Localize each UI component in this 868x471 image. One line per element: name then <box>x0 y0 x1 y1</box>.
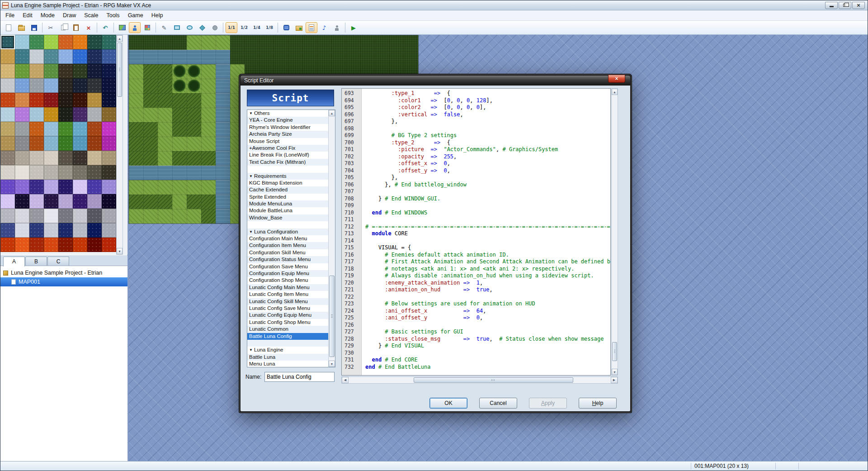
script-list-item[interactable]: Configuration Equip Menu <box>247 270 329 277</box>
palette-tile[interactable] <box>0 180 15 194</box>
code-area[interactable]: 6936946956966976986997007017027037047057… <box>341 88 611 376</box>
dialog-title-bar[interactable]: Script Editor <box>241 76 630 86</box>
region-mode-button[interactable] <box>142 22 153 33</box>
palette-tile[interactable] <box>15 78 29 93</box>
palette-tile[interactable] <box>58 165 73 180</box>
palette-tile[interactable] <box>102 180 116 194</box>
menu-edit[interactable]: Edit <box>19 11 37 20</box>
palette-tile[interactable] <box>44 223 58 238</box>
character-generator-button[interactable] <box>331 22 343 33</box>
palette-tile[interactable] <box>58 151 73 165</box>
palette-tile[interactable] <box>29 209 44 223</box>
cancel-button[interactable]: Cancel <box>479 398 517 409</box>
script-name-input[interactable] <box>264 372 335 382</box>
palette-tile[interactable] <box>15 180 29 194</box>
palette-tile[interactable] <box>15 238 29 252</box>
zoom-1-8-button[interactable]: 1/8 <box>264 22 275 33</box>
script-list-item[interactable]: Lunatic Config Skill Menu <box>247 298 329 305</box>
palette-tile[interactable] <box>15 64 29 78</box>
palette-tile[interactable] <box>29 107 44 122</box>
resource-manager-button[interactable] <box>293 22 305 33</box>
playtest-button[interactable]: ▶ <box>348 22 359 33</box>
script-list-item[interactable]: Archeia Party Size <box>247 131 329 138</box>
palette-tile[interactable] <box>44 35 58 49</box>
palette-tile[interactable] <box>73 122 87 136</box>
palette-tile[interactable] <box>0 78 15 93</box>
palette-tile[interactable] <box>29 223 44 238</box>
palette-tile[interactable] <box>87 180 102 194</box>
palette-tile[interactable] <box>29 64 44 78</box>
paste-button[interactable] <box>70 22 82 33</box>
draw-pencil-button[interactable]: ✎ <box>158 22 170 33</box>
scroll-right-arrow[interactable]: ▶ <box>611 377 618 383</box>
palette-tile[interactable] <box>73 223 87 238</box>
palette-tile[interactable] <box>44 64 58 78</box>
palette-tile[interactable] <box>0 49 15 64</box>
palette-tile[interactable] <box>15 93 29 107</box>
palette-tile[interactable] <box>73 64 87 78</box>
scroll-thumb[interactable] <box>612 342 617 361</box>
script-list-item[interactable]: Configuration Item Menu <box>247 242 329 249</box>
palette-tile[interactable] <box>15 209 29 223</box>
palette-tile[interactable] <box>73 107 87 122</box>
palette-scrollbar[interactable]: ▲▼ <box>116 35 123 255</box>
palette-tile[interactable] <box>73 165 87 180</box>
script-list-scrollbar[interactable]: ▲ ▼ <box>328 110 335 367</box>
palette-tile[interactable] <box>73 35 87 49</box>
palette-tile[interactable] <box>15 194 29 209</box>
script-list-item[interactable]: Lunatic Config Save Menu <box>247 305 329 312</box>
palette-tile[interactable] <box>102 49 116 64</box>
script-list-item[interactable]: Lunatic Common <box>247 326 329 333</box>
palette-tile[interactable] <box>102 107 116 122</box>
script-list-item[interactable]: KGC Bitmap Extension <box>247 180 329 186</box>
palette-tile[interactable] <box>87 209 102 223</box>
palette-tile[interactable] <box>87 223 102 238</box>
palette-tile[interactable] <box>15 107 29 122</box>
script-list-item[interactable]: Lunatic Config Shop Menu <box>247 319 329 326</box>
script-list-item[interactable]: YEA - Core Engine <box>247 117 329 124</box>
palette-tile[interactable] <box>58 136 73 151</box>
palette-tile[interactable] <box>73 238 87 252</box>
palette-tile[interactable] <box>73 93 87 107</box>
palette-tile[interactable] <box>44 194 58 209</box>
script-list-item[interactable]: Module BattleLuna <box>247 207 329 214</box>
script-list-item[interactable]: Sprite Extended <box>247 194 329 200</box>
palette-tile[interactable] <box>44 165 58 180</box>
palette-tile[interactable] <box>102 136 116 151</box>
script-list-item[interactable]: +Awesome Cool Fix <box>247 145 329 152</box>
palette-tile[interactable] <box>29 49 44 64</box>
script-list-item[interactable]: Mouse Script <box>247 138 329 145</box>
palette-tile[interactable] <box>102 35 116 49</box>
palette-tile[interactable] <box>87 194 102 209</box>
palette-tile[interactable] <box>87 238 102 252</box>
script-list-item[interactable]: Cache Extended <box>247 186 329 193</box>
palette-tile[interactable] <box>44 107 58 122</box>
script-list-item[interactable]: Configuration Status Menu <box>247 256 329 263</box>
delete-button[interactable]: × <box>83 22 94 33</box>
map-mode-button[interactable] <box>116 22 128 33</box>
tab-c[interactable]: C <box>47 257 69 266</box>
palette-tile[interactable] <box>102 194 116 209</box>
palette-tile[interactable] <box>44 122 58 136</box>
palette-tile[interactable] <box>29 151 44 165</box>
zoom-1-4-button[interactable]: 1/4 <box>251 22 263 33</box>
palette-tile[interactable] <box>44 209 58 223</box>
palette-tile[interactable] <box>102 78 116 93</box>
palette-tile[interactable] <box>15 223 29 238</box>
palette-tile[interactable] <box>58 49 73 64</box>
script-list-item[interactable]: Battle Luna Config <box>247 333 329 340</box>
palette-tile[interactable] <box>0 35 15 49</box>
script-list-item[interactable]: Module MenuLuna <box>247 200 329 207</box>
palette-tile[interactable] <box>15 151 29 165</box>
script-list-item[interactable]: Configuration Save Menu <box>247 263 329 270</box>
script-list-item[interactable]: Menu Luna <box>247 361 329 367</box>
palette-tile[interactable] <box>58 107 73 122</box>
scroll-down-arrow[interactable]: ▼ <box>612 369 618 375</box>
scroll-left-arrow[interactable]: ◀ <box>342 377 349 383</box>
palette-tile[interactable] <box>73 194 87 209</box>
script-list-item[interactable]: Configuration Shop Menu <box>247 277 329 284</box>
cut-button[interactable]: ✂ <box>45 22 57 33</box>
palette-tile[interactable] <box>87 35 102 49</box>
scroll-thumb[interactable] <box>414 377 574 383</box>
script-list-item[interactable]: Lunatic Config Equip Menu <box>247 312 329 319</box>
